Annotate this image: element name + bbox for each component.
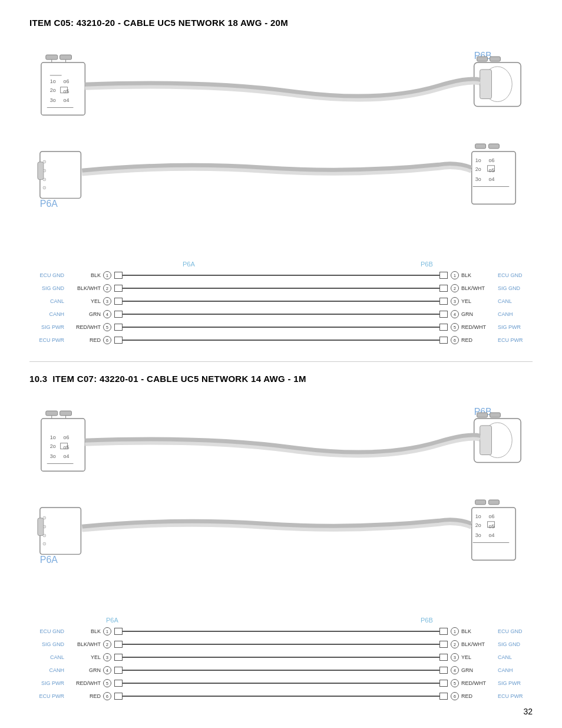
- pin-left: 4: [103, 310, 111, 318]
- wire-color-left: GRN: [68, 311, 103, 317]
- terminal-box-right: [439, 311, 448, 318]
- svg-text:o6: o6: [489, 513, 495, 519]
- wire-row: SIG PWR RED/WHT 5 5 RED/WHT SIG PWR: [29, 677, 533, 690]
- terminal-box-left: [114, 628, 123, 635]
- ecu-right-label: SIG GND: [494, 641, 533, 647]
- wire-row: CANH GRN 4 4 GRN CANH: [29, 664, 533, 677]
- wire-line: [123, 657, 439, 658]
- wire-color-left: RED/WHT: [68, 324, 103, 330]
- pin-circle-right: 4: [451, 666, 459, 674]
- svg-text:1o: 1o: [50, 434, 56, 440]
- wire-table-10-2: P6A P6B ECU GND BLK 1 1 BLK ECU GND SIG …: [29, 261, 533, 347]
- svg-text:3o: 3o: [475, 532, 481, 538]
- terminal-box-right: [439, 337, 448, 344]
- ecu-right-label: ECU PWR: [494, 337, 533, 343]
- svg-text:o5: o5: [64, 444, 70, 450]
- diagram-10-2: P6B 1o o6 2o o5 3o o4: [29, 37, 533, 255]
- wire-color-left: YEL: [68, 298, 103, 304]
- section-10-2-title: ITEM C05: 43210-20 - CABLE UC5 NETWORK 1…: [29, 18, 533, 28]
- pin-circle-right: 1: [451, 627, 459, 635]
- wire-color-right: RED: [459, 337, 494, 343]
- page-number: 32: [523, 707, 533, 716]
- wire-color-right: BLK/WHT: [459, 285, 494, 291]
- terminal-box-right: [439, 641, 448, 648]
- wire-color-right: GRN: [459, 311, 494, 317]
- svg-rect-19: [490, 57, 501, 61]
- pin-circle-right: 6: [451, 692, 459, 700]
- svg-text:3o: 3o: [50, 97, 56, 103]
- pin-left: 6: [103, 336, 111, 344]
- terminal-box-right: [439, 654, 448, 661]
- pin-right: 6: [451, 336, 459, 344]
- pin-right: 1: [451, 627, 459, 635]
- terminal-box-left: [114, 680, 123, 687]
- ecu-left-label: ECU GND: [29, 628, 68, 634]
- wire-table-header-2: P6A P6B: [29, 617, 533, 624]
- pin-circle-right: 5: [451, 679, 459, 687]
- terminal-box-right: [439, 272, 448, 279]
- ecu-left-label: SIG GND: [29, 285, 68, 291]
- pin-circle-left: 2: [103, 640, 111, 648]
- terminal-box-left: [114, 337, 123, 344]
- wire-line: [123, 683, 439, 684]
- wire-color-right: RED/WHT: [459, 324, 494, 330]
- svg-text:o4: o4: [489, 176, 495, 182]
- wire-color-left: BLK: [68, 272, 103, 278]
- section-divider: [29, 361, 533, 362]
- terminal-box-left: [114, 298, 123, 305]
- ecu-left-label: SIG PWR: [29, 324, 68, 330]
- svg-rect-36: [475, 144, 486, 149]
- wire-row: SIG GND BLK/WHT 2 2 BLK/WHT SIG GND: [29, 638, 533, 651]
- ecu-left-label: CANL: [29, 654, 68, 660]
- wire-color-right: YEL: [459, 654, 494, 660]
- svg-text:o6: o6: [64, 78, 70, 84]
- svg-text:1o: 1o: [50, 78, 56, 84]
- pin-circle-right: 1: [451, 271, 459, 279]
- wire-row: ECU GND BLK 1 1 BLK ECU GND: [29, 625, 533, 638]
- wire-color-right: YEL: [459, 298, 494, 304]
- wire-row: ECU PWR RED 6 6 RED ECU PWR: [29, 690, 533, 703]
- wire-line: [123, 275, 439, 276]
- svg-rect-73: [475, 500, 486, 505]
- pin-circle-right: 3: [451, 297, 459, 305]
- pin-circle-right: 2: [451, 640, 459, 648]
- terminal-box-right: [439, 324, 448, 331]
- ecu-left-label: ECU PWR: [29, 693, 68, 699]
- wire-row: SIG PWR RED/WHT 5 5 RED/WHT SIG PWR: [29, 321, 533, 334]
- pin-left: 1: [103, 627, 111, 635]
- svg-text:3o: 3o: [50, 453, 56, 459]
- pin-circle-left: 3: [103, 653, 111, 661]
- svg-text:o6: o6: [489, 157, 495, 163]
- wire-line: [123, 670, 439, 671]
- pin-left: 3: [103, 653, 111, 661]
- svg-text:o5: o5: [64, 88, 70, 94]
- svg-rect-62: [38, 518, 44, 536]
- pin-circle-left: 6: [103, 336, 111, 344]
- pin-left: 4: [103, 666, 111, 674]
- pin-circle-right: 3: [451, 653, 459, 661]
- svg-text:P6A: P6A: [40, 555, 58, 565]
- pin-left: 6: [103, 692, 111, 700]
- svg-rect-55: [477, 413, 488, 417]
- wire-row: SIG GND BLK/WHT 2 2 BLK/WHT SIG GND: [29, 282, 533, 295]
- wire-line: [123, 631, 439, 632]
- ecu-right-label: ECU GND: [494, 628, 533, 634]
- wire-color-right: BLK/WHT: [459, 641, 494, 647]
- svg-text:⊙: ⊙: [42, 185, 47, 190]
- wire-table-header: P6A P6B: [29, 261, 533, 268]
- svg-rect-49: [60, 411, 72, 416]
- ecu-left-label: SIG PWR: [29, 680, 68, 686]
- ecu-left-label: CANL: [29, 298, 68, 304]
- pin-circle-left: 4: [103, 310, 111, 318]
- pin-right: 5: [451, 679, 459, 687]
- ecu-left-label: ECU GND: [29, 272, 68, 278]
- pin-circle-left: 5: [103, 679, 111, 687]
- pin-circle-left: 5: [103, 323, 111, 331]
- pin-right: 6: [451, 692, 459, 700]
- terminal-box-left: [114, 272, 123, 279]
- pin-right: 4: [451, 310, 459, 318]
- pin-left: 5: [103, 323, 111, 331]
- svg-text:o5: o5: [489, 167, 495, 173]
- wire-row: CANL YEL 3 3 YEL CANL: [29, 651, 533, 664]
- wire-color-right: BLK: [459, 628, 494, 634]
